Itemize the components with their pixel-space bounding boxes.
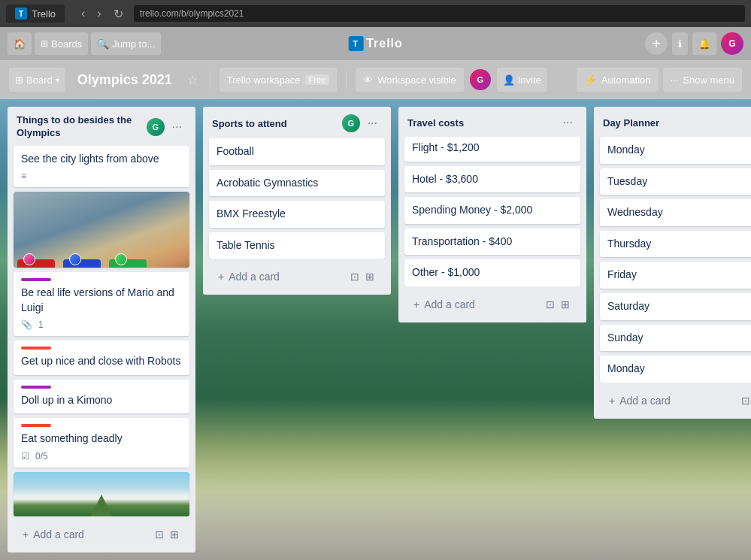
workspace-label: Trello workspace — [227, 74, 301, 86]
card-type-icon-sports[interactable]: ⊞ — [364, 269, 376, 284]
list-cards-day-planner: Monday Tuesday Wednesday Thursday Friday… — [594, 137, 751, 383]
card-table-tennis[interactable]: Table Tennis — [209, 232, 385, 259]
board-header: ⊞ Board ▾ Olympics 2021 ☆ Trello workspa… — [0, 60, 751, 99]
list-day-planner: Day Planner ··· Monday Tuesday Wednesday… — [594, 107, 751, 419]
invite-button[interactable]: 👤 Invite — [497, 68, 547, 92]
automation-button[interactable]: ⚡ Automation — [577, 68, 659, 92]
checklist-icon: ☑ — [21, 451, 29, 462]
board-user-avatar[interactable]: G — [470, 69, 491, 90]
add-card-button-sports[interactable]: + Add a card ⊡ ⊞ — [209, 263, 385, 290]
refresh-button[interactable]: ↻ — [109, 5, 128, 23]
card-transport[interactable]: Transportation - $400 — [404, 229, 580, 256]
board-type-button[interactable]: ⊞ Board ▾ — [9, 68, 65, 92]
card-deadly[interactable]: Eat something deadly ☑ 0/5 — [14, 418, 189, 468]
card-football[interactable]: Football — [209, 138, 385, 165]
list-menu-button-things-to-do[interactable]: ··· — [168, 119, 186, 135]
card-hotel[interactable]: Hotel - $3,600 — [404, 166, 580, 193]
workspace-button[interactable]: Trello workspace Free — [220, 68, 337, 92]
card-sunday[interactable]: Sunday — [600, 325, 751, 352]
notifications-button[interactable]: 🔔 — [692, 32, 716, 55]
card-friday[interactable]: Friday — [600, 262, 751, 289]
board-title: Olympics 2021 — [71, 72, 178, 88]
card-monday-2[interactable]: Monday — [600, 356, 751, 383]
card-title-spending: Spending Money - $2,000 — [412, 203, 573, 218]
list-travel: Travel costs ··· Flight - $1,200 Hotel -… — [398, 107, 586, 322]
card-meta-deadly: ☑ 0/5 — [21, 451, 182, 462]
card-thursday[interactable]: Thursday — [600, 231, 751, 258]
card-label-red-robots — [21, 347, 51, 350]
list-cards-sports: Football Acrobatic Gymnastics BMX Freest… — [203, 138, 391, 259]
attachment-count: 1 — [38, 319, 44, 330]
card-mountain[interactable] — [14, 472, 189, 516]
workspace-visible-button[interactable]: 👁 Workspace visible — [356, 68, 464, 92]
add-sports-plus-icon: + — [218, 271, 224, 283]
show-menu-button[interactable]: ··· Show menu — [663, 68, 743, 92]
address-bar[interactable]: trello.com/b/olympics2021 — [134, 5, 745, 22]
invite-icon: 👤 — [503, 74, 515, 86]
address-text: trello.com/b/olympics2021 — [140, 8, 244, 19]
card-type-icon[interactable]: ⊞ — [168, 527, 180, 542]
description-icon: ≡ — [21, 171, 26, 181]
card-city-lights[interactable]: See the city lights from above ≡ — [14, 146, 189, 188]
template-icon[interactable]: ⊡ — [153, 527, 165, 542]
add-card-plus-icon: + — [23, 528, 29, 540]
add-card-button-planner[interactable]: + Add a card ⊡ ⊞ — [600, 387, 751, 414]
show-menu-label: Show menu — [683, 74, 734, 86]
list-menu-button-sports[interactable]: ··· — [363, 115, 382, 132]
board-type-label: Board — [26, 74, 53, 86]
list-menu-button-travel[interactable]: ··· — [559, 114, 577, 131]
header-right: + ℹ 🔔 G — [645, 32, 743, 55]
card-title-mario-luigi: Be real life versions of Mario and Luigi — [21, 286, 182, 315]
back-button[interactable]: ‹ — [77, 5, 89, 23]
card-robots[interactable]: Get up nice and close with Robots — [14, 341, 189, 375]
add-card-icons-travel: ⊡ ⊞ — [544, 297, 571, 312]
card-label-red-deadly — [21, 424, 51, 427]
forward-button[interactable]: › — [92, 5, 105, 23]
add-card-label-things: Add a card — [33, 528, 84, 540]
card-flight[interactable]: Flight - $1,200 — [404, 137, 580, 162]
list-header-left: Things to do besides theOlympics — [17, 114, 132, 140]
card-title-kimono: Doll up in a Kimono — [21, 393, 182, 408]
add-card-button-travel[interactable]: + Add a card ⊡ ⊞ — [404, 291, 580, 318]
card-bmx[interactable]: BMX Freestyle — [209, 201, 385, 228]
card-title-table-tennis: Table Tennis — [217, 238, 377, 253]
card-kart[interactable] — [14, 192, 189, 268]
card-tuesday[interactable]: Tuesday — [600, 168, 751, 195]
star-button[interactable]: ☆ — [184, 70, 201, 90]
info-button[interactable]: ℹ — [672, 32, 688, 55]
add-card-icons-planner: ⊡ ⊞ — [740, 393, 751, 408]
attachment-icon: 📎 — [21, 319, 32, 330]
card-saturday[interactable]: Saturday — [600, 293, 751, 320]
user-avatar[interactable]: G — [721, 32, 743, 55]
card-title-friday: Friday — [607, 268, 751, 283]
card-kimono[interactable]: Doll up in a Kimono — [14, 380, 189, 414]
browser-tab-label: Trello — [32, 8, 56, 20]
card-spending[interactable]: Spending Money - $2,000 — [404, 197, 580, 224]
card-monday-1[interactable]: Monday — [600, 137, 751, 164]
card-type-icon-travel[interactable]: ⊞ — [559, 297, 571, 312]
search-icon: 🔍 — [97, 38, 109, 50]
boards-button[interactable]: ⊞ Boards — [35, 32, 88, 55]
jump-to-button[interactable]: 🔍 Jump to... — [91, 32, 161, 55]
card-title-flight: Flight - $1,200 — [412, 141, 573, 156]
list-things-to-do: Things to do besides theOlympics G ··· S… — [8, 107, 195, 552]
template-icon-sports[interactable]: ⊡ — [349, 269, 361, 284]
list-sports: Sports to attend G ··· Football Acrobati… — [203, 107, 391, 295]
card-other[interactable]: Other - $1,000 — [404, 259, 580, 286]
card-gymnastics[interactable]: Acrobatic Gymnastics — [209, 170, 385, 197]
card-wednesday[interactable]: Wednesday — [600, 199, 751, 226]
card-mario-luigi[interactable]: Be real life versions of Mario and Luigi… — [14, 272, 189, 336]
card-title-sunday: Sunday — [607, 331, 751, 346]
ellipsis-icon: ··· — [671, 74, 679, 86]
template-icon-planner[interactable]: ⊡ — [740, 393, 751, 408]
checklist-count: 0/5 — [35, 451, 48, 462]
browser-tab[interactable]: T Trello — [6, 5, 65, 23]
home-button[interactable]: 🏠 — [8, 32, 32, 55]
trello-tab-icon: T — [15, 8, 27, 20]
add-button[interactable]: + — [645, 32, 668, 55]
avatar-initials: G — [728, 38, 735, 49]
card-image-mountain — [14, 472, 189, 516]
add-card-button-things[interactable]: + Add a card ⊡ ⊞ — [14, 521, 189, 548]
add-card-label-travel: Add a card — [424, 298, 475, 310]
template-icon-travel[interactable]: ⊡ — [544, 297, 556, 312]
